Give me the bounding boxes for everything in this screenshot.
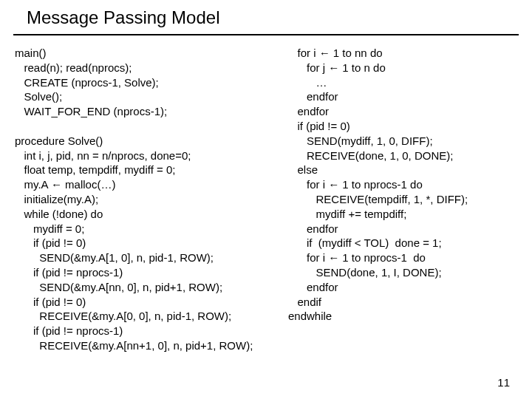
page-number: 11 [497,376,510,389]
code-content: main() read(n); read(nprocs); CREATE (np… [0,35,532,89]
slide-title: Message Passing Model [0,0,532,34]
code-left-column: main() read(n); read(nprocs); CREATE (np… [15,46,253,353]
code-right-column: for i ← 1 to nn do for j ← 1 to n do … e… [288,46,468,324]
